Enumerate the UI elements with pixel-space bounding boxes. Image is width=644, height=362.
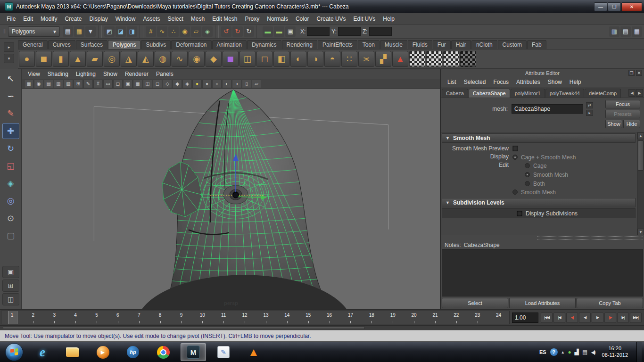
select-hierarchy-icon[interactable]: ◩ bbox=[104, 26, 115, 37]
shelf-tab[interactable]: Animation bbox=[212, 40, 247, 49]
show-attribute-editor-icon[interactable]: ▦ bbox=[632, 26, 642, 37]
show-desktop-button[interactable] bbox=[636, 342, 642, 362]
shelf-tab-switcher-icon[interactable]: ▸ bbox=[4, 42, 14, 52]
poly-platonic-icon[interactable]: ◆ bbox=[206, 51, 222, 67]
attribute-editor-tab[interactable]: polyTweak44 bbox=[545, 89, 584, 98]
y-coordinate-field[interactable] bbox=[338, 27, 361, 36]
use-all-lights-icon[interactable]: ● bbox=[192, 80, 202, 88]
attribute-editor-menu-item[interactable]: Attributes bbox=[512, 78, 544, 86]
separate-icon[interactable]: ◻ bbox=[256, 51, 272, 67]
timeline-frame[interactable]: 16 bbox=[319, 311, 340, 324]
shelf-tab[interactable]: Polygons bbox=[108, 40, 140, 49]
shelf-menu-icon[interactable]: ▾ bbox=[4, 54, 14, 63]
resolution-gate-icon[interactable]: ◻ bbox=[113, 80, 123, 88]
statusline-separator[interactable] bbox=[98, 25, 102, 38]
presets-button[interactable]: Presets bbox=[605, 110, 640, 118]
timeline-frame[interactable]: 8 bbox=[149, 311, 171, 324]
no-lights-icon[interactable]: ● bbox=[212, 80, 222, 88]
combine-icon[interactable]: ◫ bbox=[239, 51, 256, 67]
poly-soccer-ball-icon[interactable]: ◉ bbox=[189, 51, 205, 67]
isolate-select-icon[interactable]: ▯ bbox=[242, 80, 251, 88]
menu-item[interactable]: Edit UVs bbox=[350, 14, 380, 24]
shelf-tab[interactable]: Fab bbox=[527, 40, 546, 49]
poly-torus-icon[interactable]: ◎ bbox=[104, 51, 120, 67]
attribute-editor-tab[interactable]: CabezaShape bbox=[469, 89, 510, 98]
viewport-menu-item[interactable]: Panels bbox=[152, 70, 177, 78]
menu-item[interactable]: Select bbox=[164, 14, 187, 24]
menu-item[interactable]: Mesh bbox=[187, 14, 208, 24]
notes-text-area[interactable] bbox=[442, 249, 643, 296]
select-button[interactable]: Select bbox=[442, 298, 508, 308]
focus-button[interactable]: Focus bbox=[605, 100, 640, 108]
poly-plane-icon[interactable]: ▰ bbox=[87, 51, 103, 67]
shelf-tab[interactable]: Hair bbox=[451, 40, 471, 49]
menu-item[interactable]: Create bbox=[61, 14, 85, 24]
menu-set-dropdown[interactable]: Polygons ▾ bbox=[8, 26, 60, 37]
attribute-editor-menu-item[interactable]: Help bbox=[566, 78, 585, 86]
move-tool[interactable]: ✚ bbox=[2, 123, 19, 139]
textured-mode-icon[interactable]: ◈ bbox=[182, 80, 192, 88]
ae-tabs-scroll-right-icon[interactable]: ▶ bbox=[636, 89, 643, 97]
attribute-editor-scrollbar[interactable]: ▲ ▼ bbox=[637, 132, 644, 235]
menu-item[interactable]: Window bbox=[112, 14, 140, 24]
xray-icon[interactable]: ▱ bbox=[252, 80, 261, 88]
snap-to-projected-center-icon[interactable]: ◉ bbox=[180, 26, 190, 37]
timeline-frame[interactable]: 5 bbox=[86, 311, 107, 324]
menu-item[interactable]: File bbox=[3, 14, 19, 24]
construction-history-icon[interactable]: ↻ bbox=[244, 26, 254, 37]
viewport-menu-item[interactable]: View bbox=[24, 70, 44, 78]
shelf-tab[interactable]: Fluids bbox=[408, 40, 432, 49]
help-tray-icon[interactable]: ? bbox=[550, 348, 558, 356]
display-option-radio[interactable] bbox=[512, 155, 518, 160]
restore-button[interactable]: ❐ bbox=[608, 2, 621, 11]
menu-item[interactable]: Assets bbox=[139, 14, 164, 24]
shelf-tab[interactable]: PaintEffects bbox=[318, 40, 357, 49]
attribute-editor-menu-item[interactable]: Show bbox=[544, 78, 566, 86]
poly-pipe-icon[interactable]: ◍ bbox=[155, 51, 171, 67]
image-plane-icon[interactable]: ▧ bbox=[64, 80, 73, 88]
timeline-frame[interactable]: 14 bbox=[276, 311, 297, 324]
ae-close-icon[interactable]: ✕ bbox=[636, 70, 642, 76]
timeline-frame[interactable]: 13 bbox=[256, 311, 277, 324]
timeline-frame[interactable]: 10 bbox=[192, 311, 213, 324]
four-pane-layout-button[interactable]: ⊞ bbox=[2, 280, 19, 292]
scale-tool[interactable]: ◱ bbox=[2, 158, 19, 174]
attribute-editor-menu-item[interactable]: Selected bbox=[460, 78, 490, 86]
frames-strip[interactable]: 123456789101112131415161718192021222324 bbox=[1, 311, 510, 324]
select-object-icon[interactable]: ◪ bbox=[116, 26, 126, 37]
attribute-editor-tab[interactable]: deleteComp bbox=[585, 89, 621, 98]
boolean-intersection-icon[interactable]: ◓ bbox=[324, 51, 340, 67]
ae-tabs-scroll-left-icon[interactable]: ◀ bbox=[628, 89, 636, 97]
select-component-icon[interactable]: ◨ bbox=[127, 26, 137, 37]
timeline-frame[interactable]: 3 bbox=[44, 311, 65, 324]
statusline-separator[interactable] bbox=[215, 25, 219, 38]
grid-icon[interactable]: # bbox=[93, 80, 103, 88]
poly-prism-icon[interactable]: ◮ bbox=[121, 51, 137, 67]
menu-item[interactable]: Edit Mesh bbox=[208, 14, 241, 24]
shelf-tab[interactable]: Muscle bbox=[380, 40, 407, 49]
statusline-separator[interactable] bbox=[140, 25, 143, 38]
screen-space-ao-icon[interactable]: ◑ bbox=[232, 80, 241, 88]
single-pane-layout-button[interactable]: ▣ bbox=[2, 266, 19, 278]
poly-cylinder-icon[interactable]: ▮ bbox=[53, 51, 69, 67]
ipr-render-icon[interactable]: ▬ bbox=[274, 26, 284, 37]
taskbar-button[interactable]: ▲ bbox=[241, 343, 266, 361]
snap-to-curves-icon[interactable]: ∿ bbox=[157, 26, 167, 37]
wireframe-mode-icon[interactable]: ◇ bbox=[163, 80, 172, 88]
shoulders-geometry[interactable] bbox=[137, 275, 352, 309]
menu-item[interactable]: Help bbox=[379, 14, 398, 24]
attribute-editor-menu-item[interactable]: List bbox=[444, 78, 460, 86]
timeline-frame[interactable]: 17 bbox=[340, 311, 361, 324]
extract-icon[interactable]: ◧ bbox=[273, 51, 289, 67]
shelf-tab[interactable]: General bbox=[18, 40, 48, 49]
safe-action-icon[interactable]: ◫ bbox=[143, 80, 152, 88]
bridge-icon[interactable]: ≍ bbox=[358, 51, 374, 67]
go-to-end-button[interactable]: ▶▶| bbox=[630, 313, 642, 323]
statusline-separator[interactable] bbox=[256, 25, 260, 38]
volume-tray-icon[interactable]: ◀) bbox=[591, 349, 594, 355]
snap-to-view-planes-icon[interactable]: ▱ bbox=[191, 26, 201, 37]
play-forwards-button[interactable]: ▶ bbox=[592, 313, 603, 323]
current-time-field[interactable] bbox=[512, 313, 538, 323]
smooth-mesh-section-header[interactable]: ▼ Smooth Mesh bbox=[442, 133, 636, 143]
input-connections-icon[interactable]: ↺ bbox=[221, 26, 231, 37]
